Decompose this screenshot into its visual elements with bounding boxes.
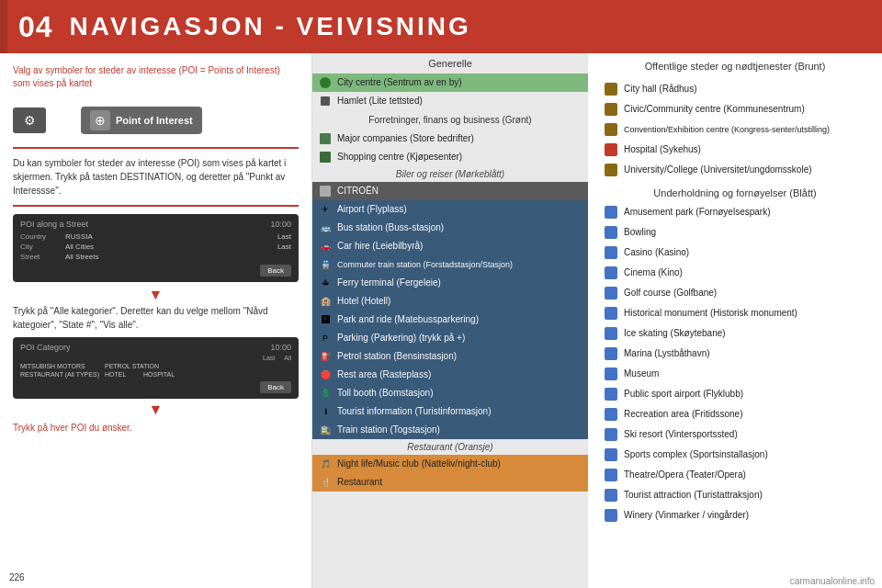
restaurant-icon: 🍴 bbox=[318, 475, 333, 490]
marina-label: Marina (Lystbåthavn) bbox=[624, 348, 710, 359]
main-content: Valg av symboler for steder av interesse… bbox=[0, 53, 882, 588]
screen-row-2: City All Cities Last bbox=[20, 243, 291, 251]
hamlet-label: Hamlet (Lite tettsted) bbox=[337, 96, 423, 107]
instruction-text-2: Trykk på "Alle kategorier". Deretter kan… bbox=[13, 304, 299, 332]
list-item: Recreation area (Fritidssone) bbox=[599, 404, 871, 424]
ski-label: Ski resort (Vintersportssted) bbox=[624, 429, 738, 440]
citroen-label: CITROËN bbox=[337, 186, 379, 197]
value-street: All Streets bbox=[65, 253, 98, 261]
tourist-info-label: Tourist information (Turistinformasjon) bbox=[337, 406, 491, 417]
cell-petrol: PETROL STATION bbox=[105, 363, 169, 369]
screen-2-header: POI Category 10:00 bbox=[20, 343, 291, 352]
screen-1-time: 10:00 bbox=[270, 220, 291, 229]
city-hall-label: City hall (Rådhus) bbox=[624, 84, 696, 95]
list-item: Major companies (Store bedrifter) bbox=[312, 130, 588, 148]
park-ride-icon: 🅿 bbox=[318, 312, 333, 327]
iceskate-label: Ice skating (Skøytebane) bbox=[624, 328, 726, 339]
civic-label: Civic/Community centre (Kommunesentrum) bbox=[624, 104, 805, 115]
value-last2: Last bbox=[277, 243, 291, 251]
bus-icon: 🚌 bbox=[318, 220, 333, 235]
screen-row-3: Street All Streets bbox=[20, 253, 291, 261]
university-label: University/College (Universitet/ungdomss… bbox=[624, 164, 812, 175]
casino-label: Casino (Kasino) bbox=[624, 247, 689, 258]
rest-area-label: Rest area (Rasteplass) bbox=[337, 369, 431, 380]
golf-icon bbox=[603, 285, 619, 301]
list-item: Hospital (Sykehus) bbox=[599, 140, 871, 160]
list-item: ⛴ Ferry terminal (Fergeleie) bbox=[312, 274, 588, 292]
list-item: 🛑 Rest area (Rasteplass) bbox=[312, 366, 588, 384]
label-city: City bbox=[20, 243, 62, 251]
arrow-1: ▼ bbox=[13, 288, 299, 302]
screen-2-time: 10:00 bbox=[270, 343, 291, 352]
list-item: ℹ Tourist information (Turistinformasjon… bbox=[312, 402, 588, 421]
screen-2-title: POI Category bbox=[20, 343, 71, 352]
section-business: Forretninger, finans og business (Grønt) bbox=[312, 110, 588, 130]
sports-complex-label: Sports complex (Sportsinstallasjon) bbox=[624, 449, 768, 460]
list-item: 🏨 Hotel (Hotell) bbox=[312, 292, 588, 311]
list-item: Casino (Kasino) bbox=[599, 243, 871, 263]
list-item: Marina (Lystbåthavn) bbox=[599, 344, 871, 364]
cinema-icon bbox=[603, 265, 619, 281]
cell-mitsubishi: MITSUBISH MOTORS bbox=[20, 363, 103, 369]
value-city: All Cities bbox=[65, 243, 94, 251]
list-item: Sports complex (Sportsinstallasjon) bbox=[599, 445, 871, 465]
hospital-icon bbox=[603, 141, 619, 158]
theatre-icon bbox=[603, 467, 619, 483]
city-centre-icon bbox=[318, 75, 333, 90]
monument-icon bbox=[603, 305, 619, 322]
cell-hospital: HOSPITAL bbox=[143, 371, 175, 378]
airport-label: Airport (Flyplass) bbox=[337, 204, 407, 215]
list-item: Civic/Community centre (Kommunesentrum) bbox=[599, 99, 871, 119]
museum-icon bbox=[603, 366, 619, 382]
col-last: Last bbox=[263, 355, 275, 361]
city-hall-icon bbox=[603, 81, 619, 97]
list-item: ⛽ Petrol station (Bensinstasjon) bbox=[312, 347, 588, 366]
ferry-icon: ⛴ bbox=[318, 276, 333, 290]
hotel-label: Hotel (Hotell) bbox=[337, 296, 390, 307]
list-item: 🚗 Car hire (Leiebilbyrå) bbox=[312, 237, 588, 255]
major-companies-label: Major companies (Store bedrifter) bbox=[337, 133, 474, 144]
list-item: Ice skating (Skøytebane) bbox=[599, 323, 871, 344]
parking-label: Parking (Parkering) (trykk på +) bbox=[337, 333, 465, 344]
col-all: All bbox=[284, 355, 291, 361]
list-item: University/College (Universitet/ungdomss… bbox=[599, 160, 871, 180]
nightlife-label: Night life/Music club (Natteliv/night-cl… bbox=[337, 458, 501, 469]
watermark: carmanualonline.info bbox=[790, 576, 875, 586]
list-item: Theatre/Opera (Teater/Opera) bbox=[599, 465, 871, 485]
divider-2 bbox=[13, 205, 299, 207]
citroen-icon bbox=[318, 184, 333, 198]
civic-icon bbox=[603, 101, 619, 118]
value-country: RUSSIA bbox=[65, 232, 93, 241]
list-item: Cinema (Kino) bbox=[599, 263, 871, 283]
recreation-icon bbox=[603, 406, 619, 423]
sport-airport-label: Public sport airport (Flyklubb) bbox=[624, 389, 743, 400]
university-icon bbox=[603, 162, 619, 178]
screen-1-title: POI along a Street bbox=[20, 220, 88, 229]
ferry-label: Ferry terminal (Fergeleie) bbox=[337, 277, 441, 288]
car-hire-label: Car hire (Leiebilbyrå) bbox=[337, 241, 423, 252]
list-item: Golf course (Golfbane) bbox=[599, 283, 871, 303]
cinema-label: Cinema (Kino) bbox=[624, 267, 683, 278]
tourist-attr-icon bbox=[603, 487, 619, 503]
hotel-icon: 🏨 bbox=[318, 294, 333, 309]
sport-airport-icon bbox=[603, 386, 619, 402]
poi-button[interactable]: ⊕ Point of Interest bbox=[81, 107, 202, 134]
back-label-2: Back bbox=[260, 381, 291, 393]
museum-label: Museum bbox=[624, 368, 659, 379]
list-item: Public sport airport (Flyklubb) bbox=[599, 384, 871, 404]
right-panel: Offentlige steder og nødtjenester (Brunt… bbox=[588, 53, 882, 588]
list-item: Shopping centre (Kjøpesenter) bbox=[312, 148, 588, 166]
list-item: Historical monument (Historisk monument) bbox=[599, 303, 871, 323]
middle-panel: Generelle City centre (Sentrum av en by)… bbox=[312, 53, 588, 588]
screen-2: POI Category 10:00 Last All MITSUBISH MO… bbox=[13, 337, 299, 399]
list-item: P Parking (Parkering) (trykk på +) bbox=[312, 329, 588, 347]
screen-row-1: Country RUSSIA Last bbox=[20, 232, 291, 241]
park-ride-label: Park and ride (Matebussparkering) bbox=[337, 314, 479, 325]
golf-label: Golf course (Golfbane) bbox=[624, 288, 717, 299]
section-travel: Biler og reiser (Mørkeblått) bbox=[312, 166, 588, 182]
list-item: 💲 Toll booth (Bomstasjon) bbox=[312, 384, 588, 402]
cell-restaurant: RESTAURANT (All TYPES) bbox=[20, 371, 103, 378]
rest-area-icon: 🛑 bbox=[318, 368, 333, 382]
page-header: 04 NAVIGASJON - VEIVISNING bbox=[0, 0, 882, 53]
intro-text: Valg av symboler for steder av interesse… bbox=[13, 64, 299, 90]
